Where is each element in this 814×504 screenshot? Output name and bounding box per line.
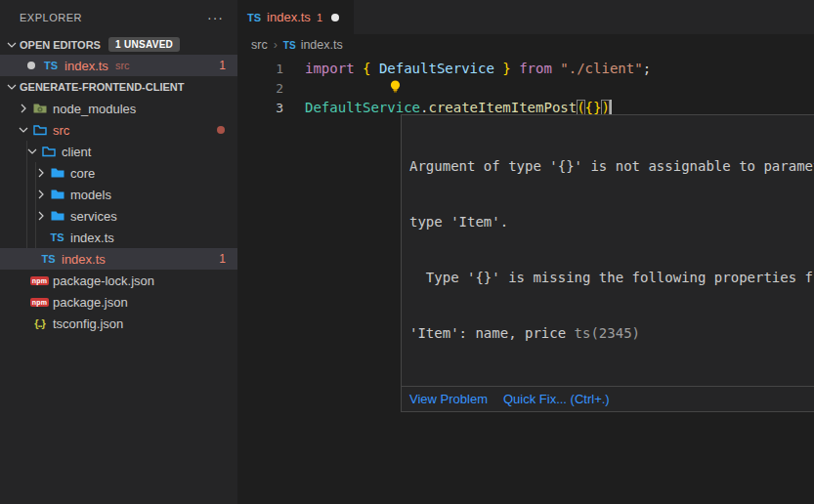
tree-item-models[interactable]: models: [0, 184, 237, 205]
modified-indicator-icon: [217, 126, 225, 134]
breadcrumb: src › TS index.ts: [237, 34, 814, 56]
tree-item-tsconfig-json[interactable]: {..} tsconfig.json: [0, 313, 237, 334]
typescript-file-icon: TS: [40, 251, 57, 267]
folder-icon: [49, 187, 65, 202]
code-token: DefaultService: [305, 100, 420, 115]
error-message-line: 'Item': name, price ts(2345): [409, 324, 814, 343]
chevron-down-icon[interactable]: [16, 122, 31, 138]
folder-icon: [49, 208, 65, 224]
code-token: ;: [643, 61, 651, 76]
error-message-line: Argument of type '{}' is not assignable …: [409, 157, 814, 176]
open-editors-label: OPEN EDITORS: [20, 39, 101, 51]
tree-item-client[interactable]: client: [0, 141, 237, 162]
workspace-section-header[interactable]: GENERATE-FRONTEND-CLIENT: [0, 76, 237, 98]
file-tree: node_modules src client: [0, 98, 237, 334]
npm-file-icon: npm: [31, 294, 48, 310]
tree-item-label: src: [53, 123, 69, 138]
tree-item-package-lock-json[interactable]: npm package-lock.json: [0, 270, 237, 291]
open-editors-section-header[interactable]: OPEN EDITORS 1 UNSAVED: [0, 34, 237, 55]
tree-item-label: node_modules: [53, 102, 136, 116]
tab-title: index.ts: [267, 10, 311, 24]
open-folder-icon: [40, 144, 57, 159]
tree-item-node-modules[interactable]: node_modules: [0, 98, 237, 119]
tab-bar: TS index.ts 1: [237, 0, 814, 34]
line-number: 2: [237, 81, 283, 96]
breadcrumb-separator-icon: ›: [274, 38, 278, 52]
code-token: "./client": [560, 61, 642, 76]
code-token-error: {}: [585, 100, 602, 115]
unsaved-dot-icon[interactable]: [331, 14, 339, 21]
code-token: (: [577, 100, 584, 115]
folder-icon: [49, 165, 65, 181]
breadcrumb-file[interactable]: index.ts: [301, 38, 343, 52]
tree-item-label: package.json: [53, 295, 128, 310]
chevron-right-icon[interactable]: [16, 101, 31, 116]
dirty-indicator-icon: [27, 62, 35, 69]
json-config-icon: {..}: [31, 315, 48, 331]
code-token: createItemItemPost: [428, 100, 577, 115]
typescript-file-icon: TS: [49, 230, 65, 245]
code-token: }: [494, 61, 511, 76]
tree-item-label: index.ts: [62, 252, 106, 267]
line-number: 1: [237, 62, 283, 76]
tree-item-core[interactable]: core: [0, 162, 237, 184]
tree-item-src[interactable]: src: [0, 119, 237, 141]
tree-item-label: tsconfig.json: [53, 316, 123, 331]
tree-item-services[interactable]: services: [0, 205, 237, 227]
tab-index-ts[interactable]: TS index.ts 1: [237, 0, 354, 34]
tree-item-package-json[interactable]: npm package.json: [0, 291, 237, 313]
code-token: .: [420, 100, 428, 115]
open-folder-icon: [31, 122, 48, 138]
quick-fix-link[interactable]: Quick Fix... (Ctrl+.): [503, 392, 610, 406]
more-actions-icon[interactable]: ···: [207, 10, 224, 25]
tree-item-label: index.ts: [70, 231, 114, 245]
view-problem-link[interactable]: View Problem: [409, 392, 488, 406]
code-token: ): [601, 100, 609, 115]
tree-item-label: client: [62, 145, 91, 159]
error-message-line: type 'Item'.: [409, 213, 814, 231]
code-editor[interactable]: 1 import { DefaultService } from "./clie…: [237, 56, 814, 117]
tree-item-label: services: [70, 209, 117, 224]
error-code: ts(2345): [575, 325, 640, 341]
tab-error-count: 1: [317, 12, 322, 23]
tree-item-label: package-lock.json: [53, 273, 154, 288]
error-tooltip-actions: View Problem Quick Fix... (Ctrl+.): [402, 386, 814, 411]
code-line-2: 2: [237, 78, 814, 98]
open-editor-filename: index.ts: [64, 59, 108, 73]
chevron-right-icon[interactable]: [33, 187, 49, 202]
tree-item-label: models: [70, 188, 111, 202]
explorer-sidebar: EXPLORER ··· OPEN EDITORS 1 UNSAVED TS i…: [0, 0, 237, 504]
line-number: 3: [237, 101, 283, 115]
typescript-file-icon: TS: [283, 40, 296, 51]
text-cursor: [610, 100, 612, 116]
tree-item-index-ts-src[interactable]: TS index.ts 1: [0, 248, 237, 270]
chevron-down-icon[interactable]: [4, 37, 20, 53]
tree-item-label: core: [70, 166, 95, 181]
breadcrumb-folder[interactable]: src: [251, 38, 268, 52]
chevron-down-icon[interactable]: [24, 144, 40, 159]
chevron-down-icon[interactable]: [4, 79, 20, 95]
unsaved-badge: 1 UNSAVED: [108, 37, 180, 52]
error-count-badge: 1: [219, 252, 226, 266]
open-editor-item[interactable]: TS index.ts src 1: [0, 55, 237, 76]
open-editor-folder: src: [115, 60, 130, 71]
chevron-right-icon[interactable]: [33, 208, 49, 224]
typescript-file-icon: TS: [44, 60, 58, 71]
npm-folder-icon: [31, 101, 48, 116]
workspace-label: GENERATE-FRONTEND-CLIENT: [20, 81, 184, 93]
npm-file-icon: npm: [31, 273, 48, 288]
code-token: from: [511, 61, 561, 76]
typescript-file-icon: TS: [247, 12, 261, 23]
error-message-line: Type '{}' is missing the following prope…: [409, 269, 814, 287]
sidebar-header: EXPLORER ···: [0, 0, 237, 34]
error-tooltip: Argument of type '{}' is not assignable …: [401, 114, 814, 412]
error-tooltip-message: Argument of type '{}' is not assignable …: [402, 115, 814, 386]
sidebar-title: EXPLORER: [20, 12, 82, 23]
error-count-badge: 1: [219, 59, 226, 72]
chevron-right-icon[interactable]: [33, 165, 49, 181]
tree-item-index-ts-client[interactable]: TS index.ts: [0, 227, 237, 248]
